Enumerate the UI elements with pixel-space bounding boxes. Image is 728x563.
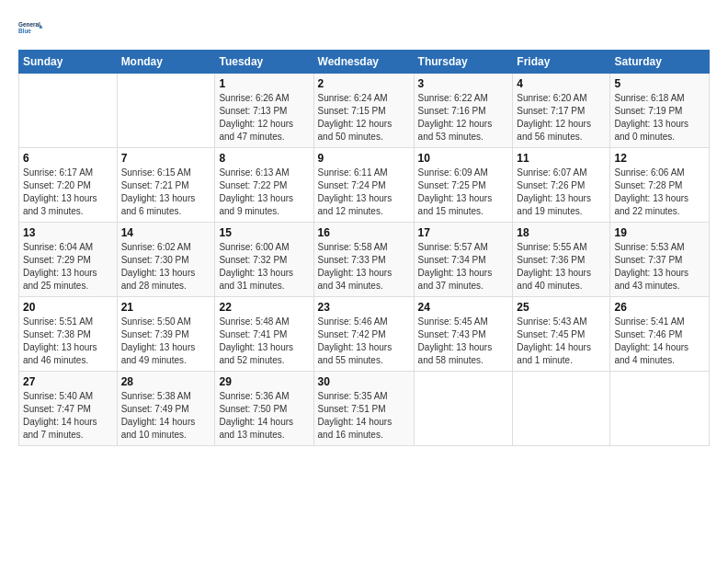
day-number: 22: [219, 301, 309, 314]
calendar-cell: 14Sunrise: 6:02 AM Sunset: 7:30 PM Dayli…: [117, 223, 215, 297]
day-number: 14: [121, 226, 211, 239]
day-number: 23: [318, 301, 410, 314]
calendar-cell: 25Sunrise: 5:43 AM Sunset: 7:45 PM Dayli…: [513, 297, 610, 372]
header: GeneralBlue: [18, 15, 710, 40]
day-number: 4: [517, 77, 606, 90]
day-number: 29: [219, 375, 309, 388]
svg-text:General: General: [18, 21, 40, 28]
day-content: Sunrise: 6:09 AM Sunset: 7:25 PM Dayligh…: [418, 167, 509, 218]
calendar-table: SundayMondayTuesdayWednesdayThursdayFrid…: [18, 50, 710, 446]
day-content: Sunrise: 5:43 AM Sunset: 7:45 PM Dayligh…: [517, 316, 606, 367]
calendar-cell: 22Sunrise: 5:48 AM Sunset: 7:41 PM Dayli…: [215, 297, 313, 372]
calendar-cell: [610, 372, 710, 446]
calendar-cell: 7Sunrise: 6:15 AM Sunset: 7:21 PM Daylig…: [117, 148, 215, 223]
day-number: 25: [517, 301, 606, 314]
day-content: Sunrise: 5:35 AM Sunset: 7:51 PM Dayligh…: [318, 390, 410, 442]
day-number: 13: [23, 226, 113, 239]
day-content: Sunrise: 5:45 AM Sunset: 7:43 PM Dayligh…: [418, 316, 509, 367]
day-number: 18: [517, 226, 606, 239]
day-number: 1: [219, 77, 309, 90]
weekday-header-saturday: Saturday: [610, 51, 710, 74]
calendar-week-row: 6Sunrise: 6:17 AM Sunset: 7:20 PM Daylig…: [19, 148, 710, 223]
day-number: 11: [517, 152, 606, 165]
day-number: 6: [23, 152, 113, 165]
day-number: 7: [121, 152, 211, 165]
weekday-header-row: SundayMondayTuesdayWednesdayThursdayFrid…: [19, 51, 710, 74]
calendar-cell: 2Sunrise: 6:24 AM Sunset: 7:15 PM Daylig…: [313, 74, 414, 148]
calendar-cell: [513, 372, 610, 446]
day-content: Sunrise: 6:07 AM Sunset: 7:26 PM Dayligh…: [517, 167, 606, 218]
day-content: Sunrise: 5:38 AM Sunset: 7:49 PM Dayligh…: [121, 390, 211, 442]
day-content: Sunrise: 5:46 AM Sunset: 7:42 PM Dayligh…: [318, 316, 410, 367]
calendar-cell: 4Sunrise: 6:20 AM Sunset: 7:17 PM Daylig…: [513, 74, 610, 148]
calendar-cell: 24Sunrise: 5:45 AM Sunset: 7:43 PM Dayli…: [414, 297, 513, 372]
calendar-cell: 11Sunrise: 6:07 AM Sunset: 7:26 PM Dayli…: [513, 148, 610, 223]
day-content: Sunrise: 6:06 AM Sunset: 7:28 PM Dayligh…: [614, 167, 705, 218]
day-number: 2: [318, 77, 410, 90]
weekday-header-monday: Monday: [117, 51, 215, 74]
weekday-header-wednesday: Wednesday: [313, 51, 414, 74]
calendar-cell: 15Sunrise: 6:00 AM Sunset: 7:32 PM Dayli…: [215, 223, 313, 297]
day-content: Sunrise: 6:02 AM Sunset: 7:30 PM Dayligh…: [121, 241, 211, 293]
day-number: 10: [418, 152, 509, 165]
calendar-week-row: 13Sunrise: 6:04 AM Sunset: 7:29 PM Dayli…: [19, 223, 710, 297]
day-number: 21: [121, 301, 211, 314]
calendar-cell: 5Sunrise: 6:18 AM Sunset: 7:19 PM Daylig…: [610, 74, 710, 148]
calendar-cell: 8Sunrise: 6:13 AM Sunset: 7:22 PM Daylig…: [215, 148, 313, 223]
weekday-header-tuesday: Tuesday: [215, 51, 313, 74]
day-content: Sunrise: 6:11 AM Sunset: 7:24 PM Dayligh…: [318, 167, 410, 218]
day-content: Sunrise: 5:53 AM Sunset: 7:37 PM Dayligh…: [614, 241, 705, 293]
day-number: 26: [614, 301, 705, 314]
day-number: 20: [23, 301, 113, 314]
day-content: Sunrise: 5:50 AM Sunset: 7:39 PM Dayligh…: [121, 316, 211, 367]
day-content: Sunrise: 5:36 AM Sunset: 7:50 PM Dayligh…: [219, 390, 309, 442]
calendar-cell: 1Sunrise: 6:26 AM Sunset: 7:13 PM Daylig…: [215, 74, 313, 148]
logo: GeneralBlue: [18, 15, 44, 40]
day-number: 30: [318, 375, 410, 388]
day-content: Sunrise: 5:40 AM Sunset: 7:47 PM Dayligh…: [23, 390, 113, 442]
weekday-header-friday: Friday: [513, 51, 610, 74]
calendar-cell: [19, 74, 118, 148]
day-number: 5: [614, 77, 705, 90]
day-content: Sunrise: 6:15 AM Sunset: 7:21 PM Dayligh…: [121, 167, 211, 218]
calendar-cell: 10Sunrise: 6:09 AM Sunset: 7:25 PM Dayli…: [414, 148, 513, 223]
calendar-cell: 18Sunrise: 5:55 AM Sunset: 7:36 PM Dayli…: [513, 223, 610, 297]
calendar-cell: 9Sunrise: 6:11 AM Sunset: 7:24 PM Daylig…: [313, 148, 414, 223]
calendar-cell: 12Sunrise: 6:06 AM Sunset: 7:28 PM Dayli…: [610, 148, 710, 223]
day-number: 16: [318, 226, 410, 239]
weekday-header-thursday: Thursday: [414, 51, 513, 74]
day-number: 3: [418, 77, 509, 90]
day-number: 27: [23, 375, 113, 388]
day-content: Sunrise: 6:18 AM Sunset: 7:19 PM Dayligh…: [614, 92, 705, 144]
calendar-week-row: 1Sunrise: 6:26 AM Sunset: 7:13 PM Daylig…: [19, 74, 710, 148]
weekday-header-sunday: Sunday: [19, 51, 118, 74]
calendar-cell: 23Sunrise: 5:46 AM Sunset: 7:42 PM Dayli…: [313, 297, 414, 372]
day-content: Sunrise: 5:51 AM Sunset: 7:38 PM Dayligh…: [23, 316, 113, 367]
day-content: Sunrise: 6:22 AM Sunset: 7:16 PM Dayligh…: [418, 92, 509, 144]
calendar-cell: 27Sunrise: 5:40 AM Sunset: 7:47 PM Dayli…: [19, 372, 118, 446]
day-content: Sunrise: 6:04 AM Sunset: 7:29 PM Dayligh…: [23, 241, 113, 293]
day-content: Sunrise: 6:17 AM Sunset: 7:20 PM Dayligh…: [23, 167, 113, 218]
calendar-cell: [414, 372, 513, 446]
day-content: Sunrise: 5:41 AM Sunset: 7:46 PM Dayligh…: [614, 316, 705, 367]
day-content: Sunrise: 6:20 AM Sunset: 7:17 PM Dayligh…: [517, 92, 606, 144]
calendar-cell: 6Sunrise: 6:17 AM Sunset: 7:20 PM Daylig…: [19, 148, 118, 223]
calendar-cell: 16Sunrise: 5:58 AM Sunset: 7:33 PM Dayli…: [313, 223, 414, 297]
calendar-cell: 20Sunrise: 5:51 AM Sunset: 7:38 PM Dayli…: [19, 297, 118, 372]
calendar-cell: [117, 74, 215, 148]
calendar-cell: 17Sunrise: 5:57 AM Sunset: 7:34 PM Dayli…: [414, 223, 513, 297]
calendar-cell: 21Sunrise: 5:50 AM Sunset: 7:39 PM Dayli…: [117, 297, 215, 372]
logo-icon: GeneralBlue: [18, 15, 44, 40]
day-number: 12: [614, 152, 705, 165]
day-content: Sunrise: 5:58 AM Sunset: 7:33 PM Dayligh…: [318, 241, 410, 293]
calendar-cell: 28Sunrise: 5:38 AM Sunset: 7:49 PM Dayli…: [117, 372, 215, 446]
day-number: 19: [614, 226, 705, 239]
calendar-cell: 19Sunrise: 5:53 AM Sunset: 7:37 PM Dayli…: [610, 223, 710, 297]
calendar-cell: 26Sunrise: 5:41 AM Sunset: 7:46 PM Dayli…: [610, 297, 710, 372]
day-content: Sunrise: 6:13 AM Sunset: 7:22 PM Dayligh…: [219, 167, 309, 218]
day-content: Sunrise: 6:24 AM Sunset: 7:15 PM Dayligh…: [318, 92, 410, 144]
calendar-cell: 30Sunrise: 5:35 AM Sunset: 7:51 PM Dayli…: [313, 372, 414, 446]
calendar-cell: 29Sunrise: 5:36 AM Sunset: 7:50 PM Dayli…: [215, 372, 313, 446]
day-content: Sunrise: 5:55 AM Sunset: 7:36 PM Dayligh…: [517, 241, 606, 293]
day-number: 8: [219, 152, 309, 165]
